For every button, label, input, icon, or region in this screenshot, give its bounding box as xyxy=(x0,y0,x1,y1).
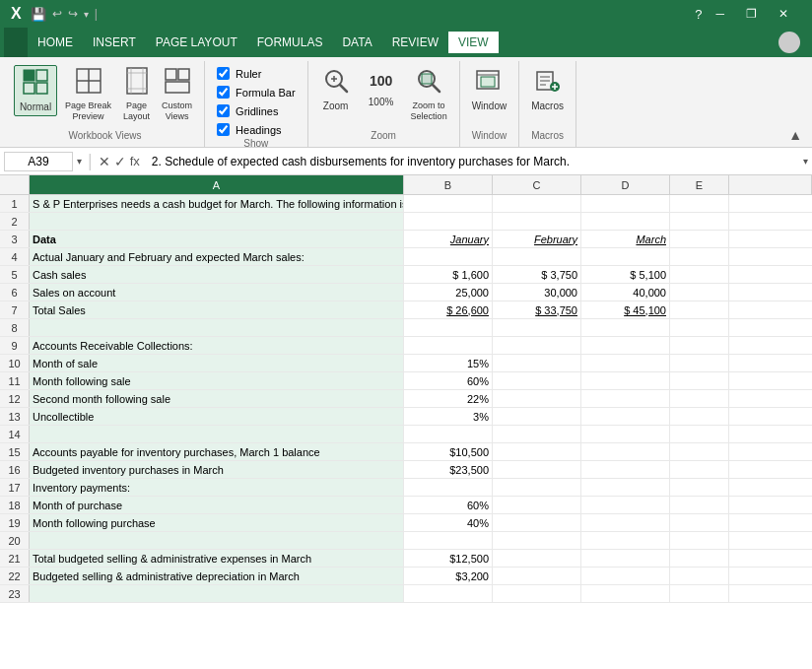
quick-access-dropdown[interactable]: ▾ xyxy=(84,9,89,20)
cell-d-9[interactable] xyxy=(581,337,670,354)
cell-c-9[interactable] xyxy=(493,337,581,354)
cell-c-18[interactable] xyxy=(493,497,581,513)
cell-e-13[interactable] xyxy=(670,408,729,425)
ruler-checkbox[interactable] xyxy=(217,67,230,80)
cell-e-15[interactable] xyxy=(670,443,729,460)
cell-e-16[interactable] xyxy=(670,461,729,478)
cell-d-20[interactable] xyxy=(581,532,670,549)
cell-e-10[interactable] xyxy=(670,355,729,371)
macros-btn[interactable]: Macros xyxy=(527,65,568,114)
gridlines-checkbox-label[interactable]: Gridlines xyxy=(213,102,300,119)
table-row[interactable]: 10 Month of sale15% xyxy=(0,355,812,372)
cell-d-21[interactable] xyxy=(581,550,670,567)
cell-e-11[interactable] xyxy=(670,372,729,389)
restore-btn[interactable]: ❐ xyxy=(738,5,765,23)
view-menu[interactable]: VIEW xyxy=(448,32,499,53)
cell-c-4[interactable] xyxy=(493,248,581,265)
cell-e-14[interactable] xyxy=(670,426,729,442)
cell-a-21[interactable]: Total budgeted selling & administrative … xyxy=(30,550,404,567)
cell-b-19[interactable]: 40% xyxy=(404,514,493,531)
cell-c-20[interactable] xyxy=(493,532,581,549)
cell-c-11[interactable] xyxy=(493,372,581,389)
table-row[interactable]: 20 xyxy=(0,532,812,550)
cell-e-8[interactable] xyxy=(670,319,729,336)
cell-b-18[interactable]: 60% xyxy=(404,497,493,513)
window-btn[interactable]: Window xyxy=(468,65,511,114)
cell-c-6[interactable]: 30,000 xyxy=(493,284,581,301)
cell-e-12[interactable] xyxy=(670,390,729,407)
cell-e-9[interactable] xyxy=(670,337,729,354)
table-row[interactable]: 19 Month following purchase40% xyxy=(0,514,812,532)
home-menu[interactable]: HOME xyxy=(28,32,83,53)
cell-a-14[interactable] xyxy=(30,426,404,442)
headings-checkbox[interactable] xyxy=(217,123,230,136)
cell-d-13[interactable] xyxy=(581,408,670,425)
cell-c-1[interactable] xyxy=(493,195,581,212)
cell-d-8[interactable] xyxy=(581,319,670,336)
col-header-e[interactable]: E xyxy=(670,175,729,194)
cell-e-2[interactable] xyxy=(670,213,729,230)
cell-b-8[interactable] xyxy=(404,319,493,336)
cell-d-5[interactable]: $ 5,100 xyxy=(581,266,670,283)
custom-views-btn[interactable]: CustomViews xyxy=(158,65,196,124)
table-row[interactable]: 16Budgeted inventory purchases in March$… xyxy=(0,461,812,479)
cell-d-22[interactable] xyxy=(581,568,670,584)
cell-d-18[interactable] xyxy=(581,497,670,513)
cell-c-7[interactable]: $ 33,750 xyxy=(493,301,581,318)
cell-d-10[interactable] xyxy=(581,355,670,371)
cell-a-8[interactable] xyxy=(30,319,404,336)
cell-e-19[interactable] xyxy=(670,514,729,531)
table-row[interactable]: 9Accounts Receivable Collections: xyxy=(0,337,812,355)
quick-access-redo[interactable]: ↪ xyxy=(68,7,78,21)
page-layout-btn[interactable]: PageLayout xyxy=(119,65,154,124)
cell-d-14[interactable] xyxy=(581,426,670,442)
cell-c-16[interactable] xyxy=(493,461,581,478)
table-row[interactable]: 7Total Sales$ 26,600$ 33,750$ 45,100 xyxy=(0,301,812,319)
zoom-100-btn[interactable]: 100 100% xyxy=(362,65,401,110)
insert-menu[interactable]: INSERT xyxy=(83,32,146,53)
cell-d-23[interactable] xyxy=(581,585,670,602)
cell-e-4[interactable] xyxy=(670,248,729,265)
cell-b-9[interactable] xyxy=(404,337,493,354)
cell-e-20[interactable] xyxy=(670,532,729,549)
help-icon[interactable]: ? xyxy=(695,7,702,22)
cell-a-5[interactable]: Cash sales xyxy=(30,266,404,283)
cell-a-6[interactable]: Sales on account xyxy=(30,284,404,301)
confirm-entry-icon[interactable]: ✓ xyxy=(114,154,126,169)
table-row[interactable]: 21Total budgeted selling & administrativ… xyxy=(0,550,812,568)
cell-b-12[interactable]: 22% xyxy=(404,390,493,407)
cell-a-12[interactable]: Second month following sale xyxy=(30,390,404,407)
table-row[interactable]: 23 xyxy=(0,585,812,603)
cell-a-22[interactable]: Budgeted selling & administrative deprec… xyxy=(30,568,404,584)
cell-b-21[interactable]: $12,500 xyxy=(404,550,493,567)
cell-d-7[interactable]: $ 45,100 xyxy=(581,301,670,318)
data-menu[interactable]: DATA xyxy=(332,32,381,53)
cell-a-7[interactable]: Total Sales xyxy=(30,301,404,318)
table-row[interactable]: 2 xyxy=(0,213,812,231)
normal-view-btn[interactable]: Normal xyxy=(14,65,57,116)
cell-a-19[interactable]: Month following purchase xyxy=(30,514,404,531)
cell-d-3[interactable]: March xyxy=(581,231,670,247)
cell-e-5[interactable] xyxy=(670,266,729,283)
col-header-c[interactable]: C xyxy=(493,175,581,194)
cell-c-23[interactable] xyxy=(493,585,581,602)
cell-d-12[interactable] xyxy=(581,390,670,407)
cell-a-13[interactable]: Uncollectible xyxy=(30,408,404,425)
cell-e-23[interactable] xyxy=(670,585,729,602)
cell-d-4[interactable] xyxy=(581,248,670,265)
cell-a-11[interactable]: Month following sale xyxy=(30,372,404,389)
cell-e-22[interactable] xyxy=(670,568,729,584)
cell-e-17[interactable] xyxy=(670,479,729,496)
insert-function-icon[interactable]: fx xyxy=(130,154,140,168)
cell-b-10[interactable]: 15% xyxy=(404,355,493,371)
table-row[interactable]: 4Actual January and February and expecte… xyxy=(0,248,812,266)
spreadsheet-body[interactable]: 1S & P Enterprises needs a cash budget f… xyxy=(0,195,812,669)
cell-d-1[interactable] xyxy=(581,195,670,212)
table-row[interactable]: 11 Month following sale60% xyxy=(0,372,812,390)
cell-b-4[interactable] xyxy=(404,248,493,265)
cell-e-3[interactable] xyxy=(670,231,729,247)
cell-e-1[interactable] xyxy=(670,195,729,212)
cell-e-21[interactable] xyxy=(670,550,729,567)
table-row[interactable]: 3DataJanuaryFebruaryMarch xyxy=(0,231,812,248)
cell-e-7[interactable] xyxy=(670,301,729,318)
